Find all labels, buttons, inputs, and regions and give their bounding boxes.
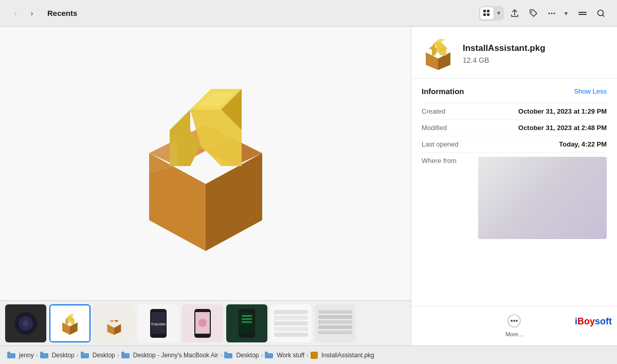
preview-pane: Transfer [0, 27, 411, 345]
breadcrumb-sep-6: › [306, 352, 308, 359]
svg-point-69 [516, 320, 518, 322]
thumbnail-4[interactable]: Transfer [138, 304, 179, 342]
svg-rect-0 [483, 10, 486, 12]
svg-rect-48 [242, 321, 252, 323]
svg-rect-50 [274, 316, 308, 320]
more-options-button[interactable] [506, 313, 522, 329]
created-row: Created October 31, 2023 at 1:29 PM [422, 103, 607, 119]
last-opened-label: Last opened [422, 140, 473, 148]
thumbnail-5[interactable] [182, 304, 223, 342]
breadcrumb-sep-2: › [77, 352, 79, 359]
created-label: Created [422, 107, 473, 115]
file-name: InstallAssistant.pkg [463, 43, 546, 54]
svg-rect-74 [40, 352, 43, 354]
breadcrumb-desktop-3[interactable]: Desktop [224, 352, 259, 359]
svg-rect-53 [274, 333, 308, 337]
iboysoft-boy: Boy [577, 316, 595, 326]
svg-point-7 [554, 12, 555, 14]
more-button[interactable] [544, 6, 559, 21]
svg-rect-57 [318, 325, 352, 329]
breadcrumb-desktop-1[interactable]: Desktop [40, 352, 75, 359]
preview-content [0, 27, 411, 300]
search-button[interactable] [593, 6, 609, 21]
breadcrumb-pkg-label: InstallAssistant.pkg [321, 352, 374, 359]
view-chevron-button[interactable]: ▼ [495, 7, 503, 20]
tag-button[interactable] [525, 6, 541, 21]
svg-rect-46 [242, 315, 252, 317]
breadcrumb-jenny[interactable]: jenny [7, 352, 34, 359]
page-title: Recents [47, 9, 475, 17]
nav-buttons: ‹ › [8, 6, 39, 21]
svg-rect-56 [318, 320, 352, 324]
where-from-row: Where from [422, 152, 607, 243]
where-from-placeholder [478, 157, 607, 239]
breadcrumb-desktop-2-label: Desktop [93, 352, 115, 359]
thumbnail-2[interactable] [49, 304, 90, 342]
svg-rect-83 [311, 352, 318, 359]
info-section: Information Show Less Created October 31… [411, 79, 617, 306]
thumbnail-7[interactable] [270, 304, 312, 342]
breadcrumb-work-stuff-label: Work stuff [277, 352, 304, 359]
svg-point-67 [511, 320, 513, 322]
svg-rect-55 [318, 315, 352, 319]
modified-row: Modified October 31, 2023 at 2:48 PM [422, 119, 607, 136]
file-size: 12.4 GB [463, 56, 546, 64]
back-button[interactable]: ‹ [8, 6, 23, 21]
file-info-text: InstallAssistant.pkg 12.4 GB [463, 43, 546, 64]
information-title: Information [422, 87, 464, 96]
svg-point-5 [549, 12, 550, 14]
thumbnail-8[interactable] [315, 304, 356, 342]
svg-rect-51 [274, 321, 308, 325]
svg-rect-82 [265, 352, 268, 354]
breadcrumb-jenny-label: jenny [19, 352, 34, 359]
svg-rect-78 [121, 352, 124, 354]
breadcrumb-macbook[interactable]: Desktop - Jenny's MacBook Air [121, 352, 219, 359]
breadcrumb-sep-1: › [36, 352, 38, 359]
svg-marker-31 [68, 314, 75, 316]
breadcrumb-pkg[interactable]: InstallAssistant.pkg [311, 352, 374, 359]
thumbnail-3[interactable] [94, 304, 135, 342]
iboysoft-watermark: iBoysoft [575, 316, 612, 327]
breadcrumb-macbook-label: Desktop - Jenny's MacBook Air [133, 352, 219, 359]
breadcrumb-work-stuff[interactable]: Work stuff [265, 352, 304, 359]
main-area: Transfer [0, 27, 617, 345]
svg-rect-72 [7, 352, 10, 354]
breadcrumb-sep-4: › [220, 352, 222, 359]
svg-rect-80 [224, 352, 227, 354]
show-less-button[interactable]: Show Less [574, 87, 607, 95]
svg-point-68 [513, 320, 515, 322]
breadcrumb-bar: jenny › Desktop › Desktop › Desktop - Je… [0, 345, 617, 364]
breadcrumb-desktop-2[interactable]: Desktop [81, 352, 115, 359]
svg-point-25 [23, 320, 29, 326]
modified-label: Modified [422, 124, 473, 132]
svg-marker-35 [114, 324, 121, 335]
svg-marker-36 [110, 319, 114, 322]
svg-rect-3 [487, 13, 489, 16]
iboysoft-soft: soft [595, 316, 612, 326]
svg-rect-76 [81, 352, 84, 354]
more-chevron-button[interactable]: ▼ [562, 6, 570, 21]
svg-point-6 [551, 12, 553, 14]
svg-rect-47 [242, 318, 252, 320]
svg-rect-9 [578, 14, 587, 15]
svg-marker-65 [435, 39, 445, 42]
forward-button[interactable]: › [25, 6, 39, 21]
thumbnail-1[interactable] [5, 304, 46, 342]
last-opened-value: Today, 4:22 PM [473, 140, 607, 148]
thumbnail-6[interactable] [226, 304, 267, 342]
svg-rect-49 [274, 310, 308, 314]
svg-text:Transfer: Transfer [151, 322, 166, 326]
breadcrumb-sep-3: › [117, 352, 119, 359]
created-value: October 31, 2023 at 1:29 PM [473, 107, 607, 115]
svg-marker-13 [206, 153, 262, 251]
share-button[interactable] [507, 6, 522, 21]
svg-marker-64 [435, 42, 446, 56]
breadcrumb-sep-5: › [261, 352, 263, 359]
breadcrumb-desktop-1-label: Desktop [52, 352, 75, 359]
icon-view-button[interactable] [480, 7, 494, 20]
toolbar: ‹ › Recents ▼ [0, 0, 617, 27]
svg-rect-58 [318, 331, 352, 334]
layout-button[interactable] [575, 6, 590, 21]
thumbnail-strip: Transfer [0, 300, 411, 345]
svg-rect-52 [274, 327, 308, 331]
